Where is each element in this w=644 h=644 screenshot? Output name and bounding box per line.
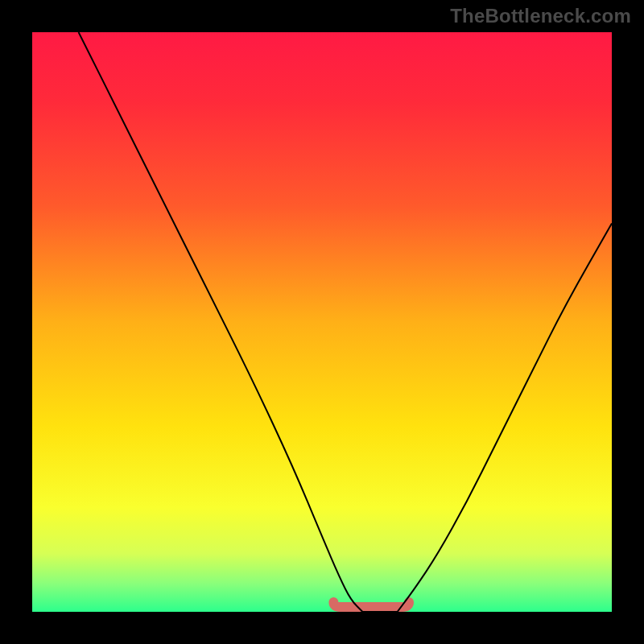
bottleneck-curve: [79, 32, 612, 612]
site-watermark: TheBottleneck.com: [450, 5, 631, 27]
curve-layer: [32, 32, 612, 612]
chart-frame: TheBottleneck.com: [0, 0, 644, 644]
plot-area: [32, 32, 612, 612]
